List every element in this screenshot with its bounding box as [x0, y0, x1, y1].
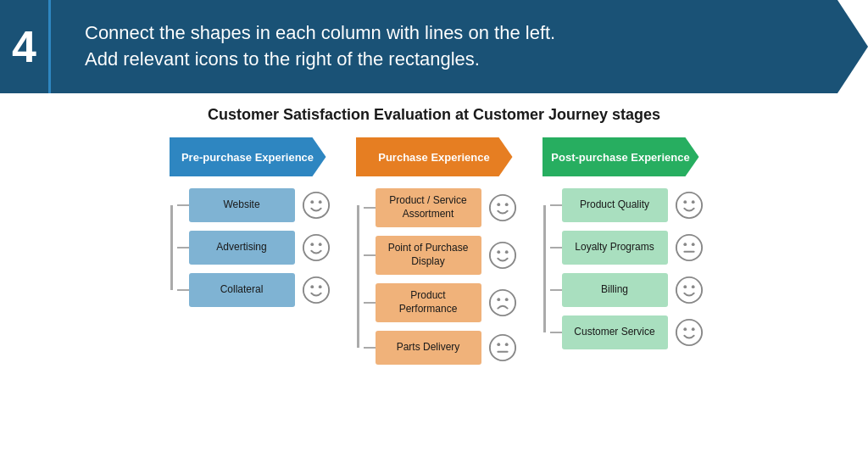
svg-point-2 — [318, 200, 321, 204]
smiley-parts-delivery — [488, 333, 517, 362]
svg-point-15 — [489, 290, 515, 315]
svg-point-32 — [676, 320, 701, 345]
smiley-product-performance — [488, 288, 517, 317]
item-box-customer-service: Customer Service — [562, 315, 668, 349]
header-text: Connect the shapes in each column with l… — [85, 20, 555, 73]
item-box-advertising: Advertising — [189, 231, 295, 265]
smiley-website — [302, 191, 331, 220]
svg-point-23 — [683, 200, 687, 204]
smiley-collateral — [302, 276, 331, 304]
svg-point-26 — [683, 243, 687, 246]
chart-title: Customer Satisfaction Evaluation at Cust… — [25, 106, 843, 124]
smiley-billing — [675, 276, 704, 304]
column-pre-purchase: Pre-purchase Experience Website — [159, 137, 337, 307]
smiley-pop-display — [488, 241, 517, 270]
svg-point-9 — [489, 195, 515, 221]
svg-point-17 — [504, 298, 508, 301]
svg-point-20 — [504, 343, 508, 346]
smiley-product-service — [488, 193, 517, 222]
svg-point-33 — [683, 327, 687, 331]
column-purchase: Purchase Experience Product / Service As… — [345, 137, 523, 365]
item-row-product-quality: Product Quality — [550, 188, 704, 222]
item-box-product-performance: Product Performance — [376, 283, 481, 322]
svg-point-14 — [504, 250, 508, 254]
col-header-pre-purchase: Pre-purchase Experience — [170, 137, 326, 176]
column-post-purchase: Post-purchase Experience Product Quality — [531, 137, 709, 349]
svg-point-0 — [303, 193, 328, 218]
svg-point-3 — [303, 235, 328, 260]
svg-point-5 — [318, 243, 321, 246]
item-box-pop-display: Point of Purchase Display — [376, 236, 481, 275]
col-header-post-purchase: Post-purchase Experience — [542, 137, 699, 176]
item-row-billing: Billing — [550, 273, 704, 307]
svg-point-16 — [497, 298, 500, 301]
svg-point-30 — [683, 285, 687, 288]
item-box-collateral: Collateral — [189, 273, 295, 307]
svg-point-24 — [691, 200, 694, 204]
item-row-customer-service: Customer Service — [550, 315, 704, 349]
columns-container: Pre-purchase Experience Website — [25, 137, 843, 365]
svg-point-13 — [497, 250, 500, 254]
main-content: Customer Satisfaction Evaluation at Cust… — [0, 98, 868, 469]
item-row-product-performance: Product Performance — [364, 283, 517, 322]
svg-point-7 — [310, 285, 314, 288]
svg-point-31 — [691, 285, 694, 288]
svg-point-18 — [489, 335, 515, 360]
item-row-product-service: Product / Service Assortment — [364, 188, 517, 227]
svg-point-12 — [489, 243, 515, 268]
svg-point-27 — [691, 243, 694, 246]
item-row-pop-display: Point of Purchase Display — [364, 236, 517, 275]
svg-point-8 — [318, 285, 321, 288]
svg-point-11 — [504, 203, 508, 206]
svg-point-4 — [310, 243, 314, 246]
col-header-purchase: Purchase Experience — [356, 137, 513, 176]
item-box-billing: Billing — [562, 273, 668, 307]
step-number: 4 — [0, 0, 51, 93]
svg-point-29 — [676, 277, 701, 303]
smiley-loyalty-programs — [675, 233, 704, 262]
svg-point-25 — [676, 235, 701, 260]
item-box-product-quality: Product Quality — [562, 188, 668, 222]
header-banner: 4 Connect the shapes in each column with… — [0, 0, 868, 93]
smiley-advertising — [302, 233, 331, 262]
item-row-parts-delivery: Parts Delivery — [364, 331, 517, 365]
svg-point-6 — [303, 277, 328, 303]
item-row-collateral: Collateral — [177, 273, 331, 307]
item-box-parts-delivery: Parts Delivery — [376, 331, 481, 365]
item-box-product-service: Product / Service Assortment — [376, 188, 481, 227]
svg-point-19 — [497, 343, 500, 346]
smiley-customer-service — [675, 318, 704, 347]
svg-point-10 — [497, 203, 500, 206]
item-box-loyalty-programs: Loyalty Programs — [562, 231, 668, 265]
item-row-loyalty-programs: Loyalty Programs — [550, 231, 704, 265]
smiley-product-quality — [675, 191, 704, 220]
item-box-website: Website — [189, 188, 295, 222]
svg-point-22 — [676, 193, 701, 218]
svg-point-1 — [310, 200, 314, 204]
item-row-website: Website — [177, 188, 331, 222]
svg-point-34 — [691, 327, 694, 331]
item-row-advertising: Advertising — [177, 231, 331, 265]
